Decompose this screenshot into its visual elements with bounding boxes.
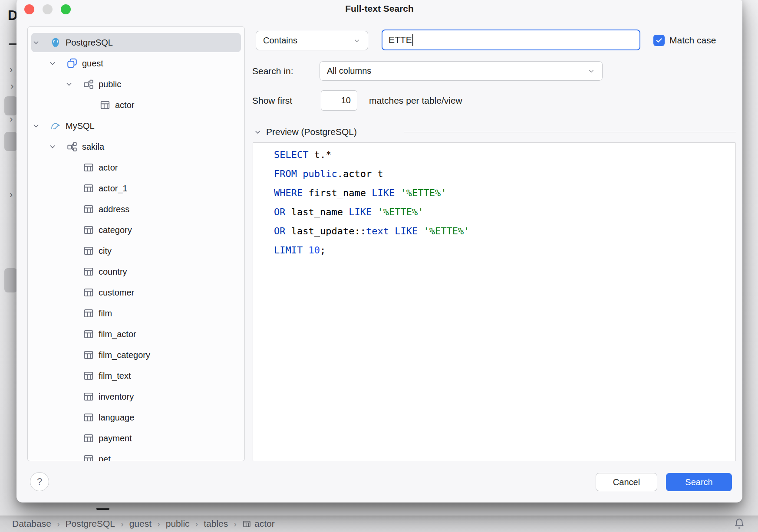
chevron-down-icon[interactable] <box>48 142 57 151</box>
tree-item-label: city <box>99 246 112 256</box>
background-toolbar-button <box>4 132 17 151</box>
tree-item-label: inventory <box>99 392 134 402</box>
tree-item-address[interactable]: address <box>28 199 244 220</box>
breadcrumb-item-postgresql[interactable]: PostgreSQL <box>66 519 115 529</box>
tree-item-language[interactable]: language <box>28 407 244 428</box>
breadcrumb-separator: › <box>121 519 124 529</box>
tree-item-film_category[interactable]: film_category <box>28 345 244 365</box>
table-icon <box>83 328 94 340</box>
tree-item-inventory[interactable]: inventory <box>28 386 244 407</box>
table-icon <box>83 162 94 173</box>
tree-item-postgresql[interactable]: PostgreSQL <box>28 32 244 53</box>
tree-item-payment[interactable]: payment <box>28 428 244 449</box>
tree-item-sakila[interactable]: sakila <box>28 136 244 157</box>
tree-item-guest[interactable]: guest <box>28 53 244 74</box>
database-icon <box>66 58 78 69</box>
tree-item-label: sakila <box>82 142 104 152</box>
tree-item-label: address <box>99 204 129 214</box>
search-button[interactable]: Search <box>666 473 732 491</box>
show-first-input[interactable]: 10 <box>321 90 357 111</box>
dialog-title: Full-text Search <box>16 0 742 14</box>
tree-item-pet[interactable]: pet <box>28 449 244 461</box>
full-text-search-dialog: Full-text Search PostgreSQLguestpublicac… <box>16 0 742 502</box>
table-icon <box>83 287 94 298</box>
chevron-down-icon[interactable] <box>48 59 57 68</box>
breadcrumb-separator: › <box>57 519 60 529</box>
tree-item-label: film_category <box>99 350 150 360</box>
table-icon <box>83 245 94 256</box>
breadcrumb-separator: › <box>157 519 160 529</box>
match-case-checkbox[interactable] <box>653 35 665 46</box>
tree-item-film_text[interactable]: film_text <box>28 365 244 386</box>
schema-icon <box>66 141 78 152</box>
breadcrumb-item-guest[interactable]: guest <box>129 519 152 529</box>
tree-item-customer[interactable]: customer <box>28 282 244 303</box>
table-icon <box>83 183 94 194</box>
tree-item-label: pet <box>99 454 111 462</box>
breadcrumb-separator: › <box>195 519 198 529</box>
tree-item-actor[interactable]: actor <box>28 95 244 115</box>
background-toolbar-button <box>4 96 17 115</box>
chevron-down-icon[interactable] <box>32 122 40 130</box>
zoom-button[interactable] <box>61 4 71 14</box>
tree-item-film[interactable]: film <box>28 303 244 324</box>
help-label: ? <box>37 476 42 487</box>
preview-divider <box>404 132 736 132</box>
breadcrumb-item-label: PostgreSQL <box>66 519 115 529</box>
tree-item-label: actor <box>99 163 118 173</box>
tree-item-label: payment <box>99 433 132 443</box>
sql-code: SELECT t.*FROM public.actor tWHERE first… <box>265 143 469 461</box>
breadcrumb: Database›PostgreSQL›guest›public›tables›… <box>0 516 758 532</box>
tree-item-label: PostgreSQL <box>66 38 113 48</box>
chevron-down-icon[interactable] <box>65 80 73 89</box>
tree-item-actor[interactable]: actor <box>28 157 244 178</box>
tree-item-public[interactable]: public <box>28 74 244 95</box>
notifications-bell-icon[interactable] <box>734 518 745 529</box>
tree-item-label: customer <box>99 288 134 298</box>
match-case-label: Match case <box>669 35 716 46</box>
table-icon <box>83 453 94 461</box>
cancel-button[interactable]: Cancel <box>596 473 657 491</box>
search-query-input[interactable]: ETTE <box>382 30 640 50</box>
sql-line: LIMIT 10; <box>274 241 469 260</box>
tree-item-film_actor[interactable]: film_actor <box>28 324 244 345</box>
breadcrumb-item-actor[interactable]: actor <box>242 519 275 529</box>
breadcrumb-items: Database›PostgreSQL›guest›public›tables›… <box>12 519 734 529</box>
preview-section-header[interactable]: Preview (PostgreSQL) <box>254 124 357 140</box>
database-tree: PostgreSQLguestpublicactorMySQLsakilaact… <box>27 26 245 461</box>
table-icon <box>83 204 94 215</box>
sql-line: OR last_name LIKE '%ETTE%' <box>274 203 469 222</box>
text-caret <box>412 34 413 46</box>
mysql-icon <box>50 120 61 131</box>
background-handle <box>96 508 109 510</box>
chevron-down-icon <box>353 37 361 45</box>
minimize-button[interactable] <box>43 4 53 14</box>
tree-item-label: MySQL <box>66 121 95 131</box>
postgresql-icon <box>50 37 61 48</box>
close-button[interactable] <box>24 4 34 14</box>
table-icon <box>83 370 94 381</box>
tree-item-mysql[interactable]: MySQL <box>28 115 244 136</box>
background-expand-chevron-icon: › <box>10 81 13 92</box>
chevron-down-icon[interactable] <box>32 38 40 47</box>
tree-item-label: guest <box>82 59 103 69</box>
background-expand-chevron-icon: › <box>10 64 13 76</box>
search-in-select[interactable]: All columns <box>320 61 603 81</box>
tree-item-city[interactable]: city <box>28 240 244 261</box>
help-button[interactable]: ? <box>30 472 49 491</box>
editor-gutter <box>253 143 265 461</box>
search-in-value: All columns <box>327 66 371 76</box>
breadcrumb-item-tables[interactable]: tables <box>204 519 228 529</box>
tree-item-category[interactable]: category <box>28 220 244 240</box>
sql-preview-editor[interactable]: SELECT t.*FROM public.actor tWHERE first… <box>253 142 736 461</box>
match-mode-select[interactable]: Contains <box>256 31 368 50</box>
tree-item-actor_1[interactable]: actor_1 <box>28 178 244 199</box>
breadcrumb-item-database[interactable]: Database <box>12 519 51 529</box>
table-icon <box>83 266 94 277</box>
sql-line: WHERE first_name LIKE '%ETTE%' <box>274 184 469 203</box>
table-icon <box>83 308 94 319</box>
breadcrumb-item-public[interactable]: public <box>166 519 190 529</box>
tree-item-label: film_actor <box>99 329 136 339</box>
search-query-value: ETTE <box>389 35 412 45</box>
tree-item-country[interactable]: country <box>28 261 244 282</box>
